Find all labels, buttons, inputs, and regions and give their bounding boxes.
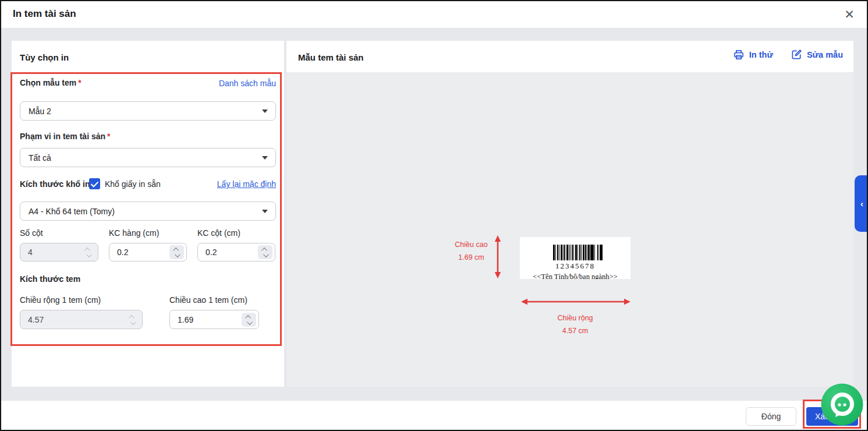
print-label-dialog: In tem tài sản ✕ Tùy chọn in Chọn mẫu te… — [0, 0, 868, 431]
collapse-side-tab[interactable]: ‹ — [855, 175, 868, 232]
required-asterisk: * — [107, 132, 110, 141]
chevron-down-icon — [262, 109, 268, 113]
label-width-label: Chiều rộng 1 tem (cm) — [20, 295, 101, 305]
edit-template-button[interactable]: Sửa mẫu — [791, 49, 843, 61]
label-height-stepper[interactable] — [169, 310, 259, 329]
close-icon[interactable]: ✕ — [839, 5, 859, 24]
divider — [12, 72, 284, 73]
col-gap-label: KC cột (cm) — [197, 228, 240, 238]
range-select[interactable]: Tất cả — [20, 148, 276, 167]
options-panel-title: Tùy chọn in — [20, 52, 69, 62]
close-button[interactable]: Đóng — [746, 407, 796, 426]
dialog-header: In tem tài sản ✕ — [1, 1, 867, 29]
print-test-button[interactable]: In thử — [733, 49, 773, 61]
range-select-value: Tất cả — [29, 153, 51, 162]
barcode-number: 12345678 — [520, 262, 630, 271]
col-gap-stepper[interactable] — [197, 243, 275, 262]
edit-pencil-icon — [791, 49, 802, 61]
label-width-stepper — [20, 310, 143, 329]
chat-support-widget[interactable] — [821, 383, 863, 426]
spinner-icon[interactable] — [169, 245, 184, 259]
edit-template-label: Sửa mẫu — [807, 50, 843, 59]
template-label-text: Chọn mẫu tem — [20, 78, 76, 87]
row-gap-stepper[interactable] — [109, 243, 187, 262]
asset-label-sample: 12345678 <<Tên Tỉnh/bộ/ban ngành>> Đơn v… — [520, 237, 630, 279]
label-preview-panel: Mẫu tem tài sản In thử Sửa mẫu Chiều cao — [286, 41, 853, 387]
print-test-label: In thử — [749, 50, 773, 59]
label-height-label: Chiều cao 1 tem (cm) — [169, 295, 247, 305]
dialog-footer: Đóng Xác nhận — [1, 401, 867, 431]
width-caption-value: 4.57 cm — [529, 324, 622, 337]
paper-size-label: Kích thước khổ in — [20, 179, 90, 189]
chevron-down-icon — [262, 210, 268, 213]
label-size-section-title: Kích thước tem — [20, 274, 80, 284]
columns-label: Số cột — [20, 228, 43, 238]
spinner-icon — [125, 313, 140, 327]
chat-bubble-icon — [821, 383, 863, 426]
preview-panel-title: Mẫu tem tài sản — [298, 52, 364, 62]
width-dimension-caption: Chiều rộng 4.57 cm — [529, 312, 622, 337]
chevron-down-icon — [262, 156, 268, 160]
label-width-input — [20, 310, 142, 328]
preprinted-checkbox-label[interactable]: Khổ giấy in sẵn — [105, 179, 161, 189]
chevron-left-icon: ‹ — [860, 199, 863, 209]
preview-actions: In thử Sửa mẫu — [733, 49, 843, 61]
org-placeholder-text: <<Tên Tỉnh/bộ/ban ngành>> — [520, 273, 630, 279]
height-arrow-icon — [493, 235, 502, 278]
paper-format-value: A4 - Khổ 64 tem (Tomy) — [29, 207, 115, 216]
range-label-text: Phạm vi in tem tài sản — [20, 132, 105, 141]
dialog-title: In tem tài sản — [13, 8, 76, 20]
print-options-panel: Tùy chọn in Chọn mẫu tem* Danh sách mẫu … — [12, 41, 284, 387]
paper-format-select[interactable]: A4 - Khổ 64 tem (Tomy) — [20, 202, 276, 221]
spinner-icon[interactable] — [258, 245, 272, 259]
height-caption-text: Chiều cao — [447, 238, 496, 251]
range-label: Phạm vi in tem tài sản* — [20, 132, 111, 141]
required-asterisk: * — [78, 78, 81, 87]
preprinted-checkbox[interactable] — [89, 178, 100, 189]
reset-default-link[interactable]: Lấy lại mặc định — [217, 179, 276, 189]
template-select[interactable]: Mẫu 2 — [20, 101, 276, 121]
spinner-icon[interactable] — [242, 313, 256, 327]
label-preview-canvas: Chiều cao 1.69 cm — [286, 73, 853, 387]
template-label: Chọn mẫu tem* — [20, 78, 82, 87]
row-gap-label: KC hàng (cm) — [109, 228, 159, 238]
columns-stepper — [20, 243, 98, 262]
height-dimension-caption: Chiều cao 1.69 cm — [447, 238, 496, 264]
template-select-value: Mẫu 2 — [29, 107, 51, 116]
spinner-icon — [81, 245, 95, 259]
width-arrow-icon — [521, 298, 630, 306]
barcode-icon — [553, 245, 603, 260]
width-caption-text: Chiều rộng — [529, 312, 622, 324]
printer-icon — [733, 49, 745, 61]
template-list-link[interactable]: Danh sách mẫu — [219, 79, 276, 88]
height-caption-value: 1.69 cm — [447, 251, 496, 264]
